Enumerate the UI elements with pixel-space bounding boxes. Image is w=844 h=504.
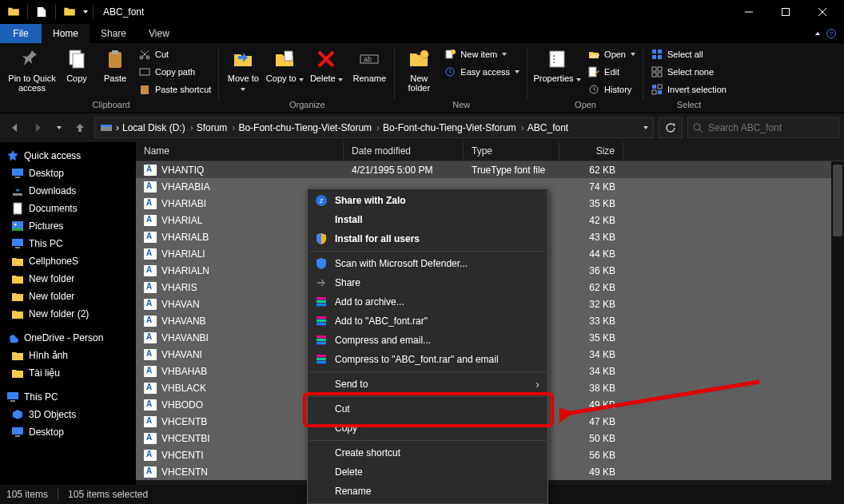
sidebar-item[interactable]: Documents: [3, 200, 133, 217]
tab-home[interactable]: Home: [42, 24, 90, 43]
cut-button[interactable]: Cut: [136, 46, 214, 62]
properties-button[interactable]: Properties: [532, 45, 582, 83]
group-clipboard-label: Clipboard: [8, 99, 214, 112]
selectall-button[interactable]: Select all: [648, 46, 730, 62]
up-button[interactable]: [70, 118, 90, 137]
svg-rect-58: [316, 316, 326, 319]
copy-button[interactable]: Copy: [59, 45, 94, 83]
downloads-icon: [11, 185, 24, 197]
sidebar-item[interactable]: Desktop: [3, 165, 133, 182]
title-dropdown[interactable]: [83, 10, 88, 14]
maximize-button[interactable]: [767, 0, 804, 24]
easyaccess-button[interactable]: Easy access: [441, 64, 523, 80]
file-size: 38 KB: [559, 383, 623, 394]
delete-button[interactable]: Delete: [307, 45, 345, 83]
col-date[interactable]: Date modified: [344, 142, 464, 161]
sidebar-item[interactable]: New folder: [3, 270, 133, 288]
crumb-4[interactable]: ABC_font: [528, 122, 568, 133]
font-icon: [144, 383, 157, 394]
open-button[interactable]: Open: [585, 46, 639, 62]
ribbon-collapse[interactable]: ?: [806, 24, 844, 43]
forward-button[interactable]: [29, 118, 48, 137]
tab-view[interactable]: View: [137, 24, 181, 43]
sidebar-item[interactable]: This PC: [3, 235, 133, 252]
file-name: VHARIABI: [161, 198, 206, 209]
ctx-compress[interactable]: Compress and email...: [308, 331, 547, 350]
ctx-shortcut[interactable]: Create shortcut: [308, 443, 547, 462]
scrollbar[interactable]: [831, 161, 844, 485]
crumb-dropdown[interactable]: [643, 126, 648, 129]
menu-file[interactable]: File: [0, 24, 42, 43]
folder-icon: [11, 308, 24, 320]
file-row[interactable]: VHANTIQ4/21/1995 5:00 PMTrueType font fi…: [136, 161, 844, 178]
sidebar-item[interactable]: Downloads: [3, 182, 133, 200]
ctx-share[interactable]: Share: [308, 273, 547, 292]
newitem-button[interactable]: New item: [441, 46, 523, 62]
help-icon[interactable]: ?: [826, 29, 836, 38]
svg-rect-39: [12, 169, 23, 176]
ctx-sharezalo[interactable]: ZShare with Zalo: [308, 191, 547, 210]
copyto-button[interactable]: Copy to: [265, 45, 304, 83]
recent-button[interactable]: [53, 118, 66, 137]
file-name: VHARIALI: [161, 248, 205, 260]
ctx-addarchive[interactable]: Add to archive...: [308, 292, 547, 312]
pin-button[interactable]: Pin to Quick access: [8, 45, 56, 93]
ctx-copy[interactable]: Copy: [308, 419, 547, 438]
sidebar-onedrive[interactable]: OneDrive - Person: [3, 329, 133, 347]
sidebar-thispc[interactable]: This PC: [3, 388, 133, 406]
moveto-button[interactable]: Move to: [224, 45, 262, 93]
edit-button[interactable]: Edit: [585, 64, 639, 80]
invertselection-button[interactable]: Invert selection: [648, 81, 730, 97]
paste-button[interactable]: Paste: [98, 45, 133, 83]
svg-point-20: [553, 58, 555, 60]
crumb-2[interactable]: Bo-Font-chu-Tieng-Viet-Sforum: [238, 122, 372, 133]
minimize-button[interactable]: [731, 0, 767, 24]
ctx-compressrar[interactable]: Compress to "ABC_font.rar" and email: [308, 350, 547, 369]
pasteshortcut-button[interactable]: Paste shortcut: [136, 81, 214, 97]
file-name: VHARABIA: [161, 181, 210, 192]
back-button[interactable]: [5, 118, 24, 137]
history-button[interactable]: History: [585, 81, 639, 97]
crumb-1[interactable]: Sforum: [197, 122, 228, 133]
col-name[interactable]: Name: [136, 142, 344, 161]
crumb-3[interactable]: Bo-Font-chu-Tieng-Viet-Sforum: [383, 122, 516, 133]
thispc-icon: [6, 391, 19, 403]
ctx-defender[interactable]: Scan with Microsoft Defender...: [308, 254, 547, 273]
sidebar-item[interactable]: Tài liệu: [3, 364, 133, 382]
search-box[interactable]: [687, 117, 839, 138]
sidebar-item[interactable]: Desktop: [3, 423, 133, 441]
crumb-0[interactable]: Local Disk (D:): [122, 122, 185, 133]
sidebar-item[interactable]: CellphoneS: [3, 252, 133, 270]
sidebar-item[interactable]: New folder: [3, 288, 133, 305]
ctx-installall[interactable]: Install for all users: [308, 229, 547, 248]
ctx-addrar[interactable]: Add to "ABC_font.rar": [308, 312, 547, 331]
rename-button[interactable]: ab Rename: [348, 45, 390, 83]
search-input[interactable]: [708, 122, 834, 133]
svg-rect-27: [658, 55, 662, 59]
ctx-install[interactable]: Install: [308, 210, 547, 229]
svg-rect-28: [652, 67, 656, 71]
sidebar-item[interactable]: Hình ảnh: [3, 347, 133, 364]
sidebar-quickaccess[interactable]: Quick access: [3, 147, 133, 165]
col-size[interactable]: Size: [559, 142, 623, 161]
svg-text:Z: Z: [320, 197, 324, 204]
selectnone-button[interactable]: Select none: [648, 64, 730, 80]
ctx-rename[interactable]: Rename: [308, 482, 547, 501]
ctx-delete[interactable]: Delete: [308, 462, 547, 482]
newfolder-button[interactable]: New folder: [400, 45, 438, 93]
copypath-button[interactable]: Copy path: [136, 64, 214, 80]
desktop-icon: [11, 426, 24, 439]
ctx-cut[interactable]: Cut: [308, 399, 547, 419]
tab-share[interactable]: Share: [90, 24, 137, 43]
breadcrumb[interactable]: › Local Disk (D:)› Sforum› Bo-Font-chu-T…: [94, 117, 654, 138]
sidebar-item[interactable]: 3D Objects: [3, 406, 133, 423]
sidebar-item[interactable]: Pictures: [3, 217, 133, 235]
col-type[interactable]: Type: [464, 142, 559, 161]
ctx-sendto[interactable]: Send to: [308, 375, 547, 394]
sidebar-item[interactable]: New folder (2): [3, 305, 133, 323]
svg-text:?: ?: [829, 30, 833, 38]
close-button[interactable]: [804, 0, 841, 24]
refresh-button[interactable]: [659, 117, 683, 138]
rar-icon: [315, 315, 328, 327]
font-icon: [144, 466, 157, 478]
